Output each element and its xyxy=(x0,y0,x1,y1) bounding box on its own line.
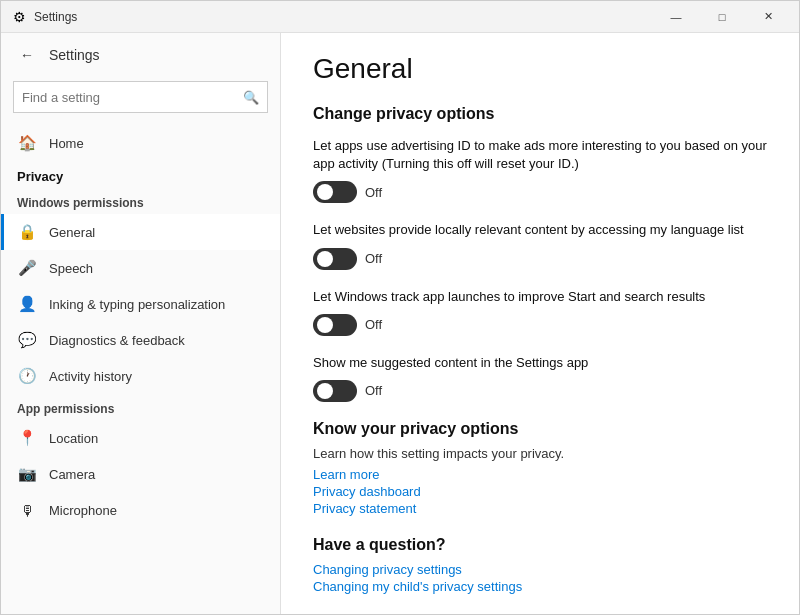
speech-icon: 🎤 xyxy=(17,258,37,278)
privacy-statement-link[interactable]: Privacy statement xyxy=(313,501,767,516)
title-bar: ⚙ Settings — □ ✕ xyxy=(1,1,799,33)
sidebar-item-speech-label: Speech xyxy=(49,261,93,276)
maximize-button[interactable]: □ xyxy=(699,1,745,33)
have-question-title: Have a question? xyxy=(313,536,767,554)
home-icon: 🏠 xyxy=(17,133,37,153)
app-launches-toggle-label: Off xyxy=(365,317,382,332)
changing-privacy-link[interactable]: Changing privacy settings xyxy=(313,562,767,577)
have-question-section: Have a question? Changing privacy settin… xyxy=(313,536,767,594)
suggested-content-toggle[interactable] xyxy=(313,380,357,402)
setting-suggested-content: Show me suggested content in the Setting… xyxy=(313,354,767,402)
language-list-toggle-row: Off xyxy=(313,248,767,270)
app-launches-desc: Let Windows track app launches to improv… xyxy=(313,288,767,306)
general-icon: 🔒 xyxy=(17,222,37,242)
language-list-toggle[interactable] xyxy=(313,248,357,270)
sidebar-item-inking-label: Inking & typing personalization xyxy=(49,297,225,312)
back-button[interactable]: ← xyxy=(13,41,41,69)
activity-icon: 🕐 xyxy=(17,366,37,386)
know-privacy-section: Know your privacy options Learn how this… xyxy=(313,420,767,516)
sidebar-app-title: Settings xyxy=(49,47,100,63)
main-content: General Change privacy options Let apps … xyxy=(281,33,799,614)
microphone-icon: 🎙 xyxy=(17,500,37,520)
title-bar-controls: — □ ✕ xyxy=(653,1,791,33)
advertising-id-desc: Let apps use advertising ID to make ads … xyxy=(313,137,767,173)
sidebar-item-inking[interactable]: 👤 Inking & typing personalization xyxy=(1,286,280,322)
inking-icon: 👤 xyxy=(17,294,37,314)
advertising-id-toggle-row: Off xyxy=(313,181,767,203)
sidebar: ← Settings 🔍 🏠 Home Privacy Windows perm… xyxy=(1,33,281,614)
sidebar-nav-top: ← Settings xyxy=(1,33,280,77)
camera-icon: 📷 xyxy=(17,464,37,484)
sidebar-item-microphone-label: Microphone xyxy=(49,503,117,518)
sidebar-item-speech[interactable]: 🎤 Speech xyxy=(1,250,280,286)
title-bar-title: Settings xyxy=(34,10,77,24)
sidebar-item-general[interactable]: 🔒 General xyxy=(1,214,280,250)
page-title: General xyxy=(313,53,767,85)
search-icon: 🔍 xyxy=(243,90,259,105)
sidebar-item-home[interactable]: 🏠 Home xyxy=(1,125,280,161)
setting-advertising-id: Let apps use advertising ID to make ads … xyxy=(313,137,767,203)
sidebar-item-microphone[interactable]: 🎙 Microphone xyxy=(1,492,280,528)
sidebar-item-general-label: General xyxy=(49,225,95,240)
sidebar-item-location[interactable]: 📍 Location xyxy=(1,420,280,456)
advertising-id-toggle-label: Off xyxy=(365,185,382,200)
windows-permissions-label: Windows permissions xyxy=(1,188,280,214)
settings-icon: ⚙ xyxy=(13,9,26,25)
search-input[interactable] xyxy=(22,90,243,105)
learn-more-link[interactable]: Learn more xyxy=(313,467,767,482)
sidebar-item-home-label: Home xyxy=(49,136,84,151)
suggested-content-toggle-label: Off xyxy=(365,383,382,398)
content-area: ← Settings 🔍 🏠 Home Privacy Windows perm… xyxy=(1,33,799,614)
location-icon: 📍 xyxy=(17,428,37,448)
title-bar-left: ⚙ Settings xyxy=(13,9,77,25)
close-button[interactable]: ✕ xyxy=(745,1,791,33)
advertising-id-toggle[interactable] xyxy=(313,181,357,203)
app-permissions-label: App permissions xyxy=(1,394,280,420)
suggested-content-desc: Show me suggested content in the Setting… xyxy=(313,354,767,372)
know-privacy-title: Know your privacy options xyxy=(313,420,767,438)
sidebar-item-diagnostics[interactable]: 💬 Diagnostics & feedback xyxy=(1,322,280,358)
childs-privacy-link[interactable]: Changing my child's privacy settings xyxy=(313,579,767,594)
minimize-button[interactable]: — xyxy=(653,1,699,33)
sidebar-item-diagnostics-label: Diagnostics & feedback xyxy=(49,333,185,348)
change-privacy-title: Change privacy options xyxy=(313,105,767,123)
sidebar-item-activity[interactable]: 🕐 Activity history xyxy=(1,358,280,394)
suggested-content-toggle-row: Off xyxy=(313,380,767,402)
app-launches-toggle-row: Off xyxy=(313,314,767,336)
language-list-toggle-label: Off xyxy=(365,251,382,266)
search-box: 🔍 xyxy=(13,81,268,113)
privacy-label: Privacy xyxy=(1,161,280,188)
sidebar-item-camera-label: Camera xyxy=(49,467,95,482)
sidebar-item-location-label: Location xyxy=(49,431,98,446)
sidebar-item-camera[interactable]: 📷 Camera xyxy=(1,456,280,492)
setting-app-launches: Let Windows track app launches to improv… xyxy=(313,288,767,336)
privacy-dashboard-link[interactable]: Privacy dashboard xyxy=(313,484,767,499)
diagnostics-icon: 💬 xyxy=(17,330,37,350)
sidebar-item-activity-label: Activity history xyxy=(49,369,132,384)
language-list-desc: Let websites provide locally relevant co… xyxy=(313,221,767,239)
setting-language-list: Let websites provide locally relevant co… xyxy=(313,221,767,269)
settings-window: ⚙ Settings — □ ✕ ← Settings 🔍 🏠 Home xyxy=(0,0,800,615)
app-launches-toggle[interactable] xyxy=(313,314,357,336)
know-privacy-desc: Learn how this setting impacts your priv… xyxy=(313,446,767,461)
